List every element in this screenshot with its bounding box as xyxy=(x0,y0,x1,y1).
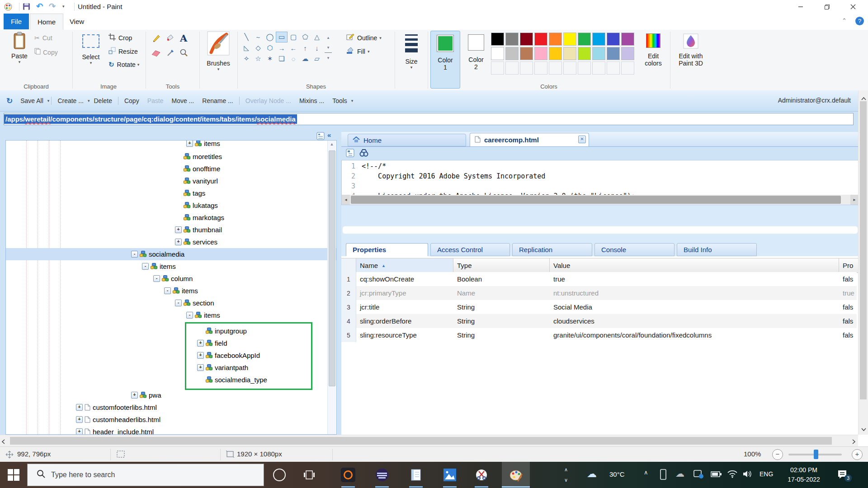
shape-ellipse[interactable]: ◯ xyxy=(264,32,276,42)
weather-cloud-icon[interactable]: ☁ xyxy=(587,468,597,480)
shape-left-arrow[interactable]: ← xyxy=(288,42,299,53)
snipping-tool-icon[interactable] xyxy=(468,462,495,488)
pencil-icon[interactable] xyxy=(152,33,161,44)
crx-save-all-button[interactable]: Save All xyxy=(20,97,43,104)
zoom-in-button[interactable]: + xyxy=(852,449,863,460)
search-binoculars-icon[interactable] xyxy=(359,148,368,159)
scroll-left-icon[interactable]: ◂ xyxy=(342,195,350,205)
table-row[interactable]: 4 sling:orderBefore String cloudservices… xyxy=(341,314,857,328)
palette-empty[interactable] xyxy=(621,61,634,75)
tree-node[interactable]: +pwa xyxy=(131,389,161,401)
tree-node[interactable]: +customheaderlibs.html xyxy=(76,413,160,425)
scrollbar-thumb[interactable] xyxy=(351,196,841,204)
photos-icon[interactable] xyxy=(436,462,463,488)
tab-careercomp[interactable]: careercomp.html ✕ xyxy=(470,133,589,146)
tree-node-selected[interactable]: -socialmedia xyxy=(131,248,184,260)
palette-color[interactable] xyxy=(578,47,591,60)
palette-color[interactable] xyxy=(534,47,547,60)
text-tool-icon[interactable]: A xyxy=(180,33,187,44)
tree-node[interactable]: vanityurl xyxy=(175,175,218,187)
header-type[interactable]: Type xyxy=(453,258,550,272)
tab-replication[interactable]: Replication xyxy=(512,243,592,256)
shape-five-star[interactable]: ☆ xyxy=(252,53,264,64)
table-row[interactable]: 1 cq:showOnCreate Boolean true fals xyxy=(341,272,857,286)
close-tab-icon[interactable]: ✕ xyxy=(578,136,586,143)
crx-address-bar[interactable]: /apps/weretail/components/structure/page… xyxy=(4,113,854,125)
outline-button[interactable]: Outline ▾ xyxy=(346,33,382,42)
shape-hexagon[interactable]: ⬡ xyxy=(264,42,276,53)
wifi-icon[interactable] xyxy=(727,469,738,480)
hidden-icons-chevron[interactable]: ∧ xyxy=(644,469,648,476)
shape-callout-oval[interactable]: ◌ xyxy=(288,53,299,64)
crx-create-button[interactable]: Create ... xyxy=(57,97,84,104)
canvas-vscrollbar[interactable] xyxy=(858,90,868,435)
tree-node[interactable]: +field xyxy=(197,337,227,349)
shape-callout-rect[interactable]: ❏ xyxy=(276,53,288,64)
taskbar-search[interactable]: Type here to search xyxy=(27,464,264,486)
palette-color[interactable] xyxy=(592,47,605,60)
tree-node[interactable]: +services xyxy=(175,236,217,248)
palette-color[interactable] xyxy=(505,47,519,60)
tab-build-info[interactable]: Build Info xyxy=(677,243,757,256)
code-editor[interactable]: 1<!--/* 2 Copyright 2016 Adobe Systems I… xyxy=(341,160,858,205)
shape-right-arrow[interactable]: → xyxy=(276,42,288,53)
rotate-button[interactable]: ↻ Rotate ▾ xyxy=(108,61,139,69)
tab-console[interactable]: Console xyxy=(594,243,675,256)
tools-dropdown[interactable]: ▾ xyxy=(351,99,354,103)
shapes-scrollbar[interactable]: ▴▾▾ xyxy=(325,33,332,63)
eclipse-icon[interactable] xyxy=(368,462,396,488)
redo-button[interactable]: ↷ xyxy=(49,1,56,11)
shape-parallelogram[interactable]: ▱ xyxy=(311,53,323,64)
tree-node[interactable]: socialmedia_type xyxy=(197,374,267,385)
expander-icon[interactable]: + xyxy=(175,226,182,233)
expander-icon[interactable]: + xyxy=(76,404,83,411)
cut-button[interactable]: ✂ Cut xyxy=(34,34,52,42)
zoom-slider-thumb[interactable] xyxy=(814,450,818,459)
save-button[interactable] xyxy=(23,3,30,12)
crx-mixins-button[interactable]: Mixins ... xyxy=(299,97,324,104)
shape-triangle[interactable]: △ xyxy=(311,32,323,42)
palette-empty[interactable] xyxy=(592,61,605,75)
tab-view[interactable]: View xyxy=(63,14,90,29)
palette-color[interactable] xyxy=(607,33,620,46)
palette-color[interactable] xyxy=(520,47,533,60)
notepad-icon[interactable] xyxy=(402,462,429,488)
shape-curve[interactable]: ~ xyxy=(252,32,264,42)
palette-color[interactable] xyxy=(563,33,576,46)
fill-bucket-icon[interactable] xyxy=(165,33,175,44)
help-icon[interactable]: ? xyxy=(855,17,864,25)
phone-link-icon[interactable] xyxy=(660,469,666,482)
expander-icon[interactable]: + xyxy=(175,239,182,245)
palette-color[interactable] xyxy=(534,33,547,46)
expander-icon[interactable]: + xyxy=(197,340,204,347)
shape-polygon[interactable]: ⬠ xyxy=(299,32,311,42)
tree-node[interactable]: -items xyxy=(164,285,198,296)
save-all-dropdown[interactable]: ▾ xyxy=(47,99,50,103)
tree-node[interactable]: -column xyxy=(153,272,193,284)
scrollbar-thumb[interactable] xyxy=(10,437,832,445)
palette-color[interactable] xyxy=(621,33,634,46)
tree-node[interactable]: +items xyxy=(186,140,220,149)
palette-color[interactable] xyxy=(549,47,562,60)
expander-icon[interactable]: + xyxy=(186,140,193,147)
scroll-up-icon[interactable] xyxy=(859,90,868,102)
undo-button[interactable]: ↶ xyxy=(36,1,43,11)
tree-node[interactable]: +header_include.html xyxy=(76,426,154,435)
scroll-right-icon[interactable]: ▸ xyxy=(850,195,858,205)
paste-button[interactable]: Paste ▾ xyxy=(6,32,33,64)
language-indicator[interactable]: ENG xyxy=(760,470,773,478)
palette-color[interactable] xyxy=(549,33,562,46)
scroll-up-icon[interactable]: ▲ xyxy=(328,141,336,148)
magnifier-icon[interactable] xyxy=(180,49,188,59)
start-button[interactable] xyxy=(0,462,27,488)
size-button[interactable]: Size ▾ xyxy=(399,33,424,70)
crx-overlay-node-button[interactable]: Overlay Node ... xyxy=(245,97,291,104)
collapse-panel-icon[interactable]: « xyxy=(327,131,331,139)
scrollbar-thumb[interactable] xyxy=(860,101,867,399)
close-button[interactable] xyxy=(840,0,866,14)
palette-color[interactable] xyxy=(621,47,634,60)
expander-icon[interactable]: - xyxy=(164,287,171,294)
crx-tools-button[interactable]: Tools xyxy=(332,97,347,104)
tree-node[interactable]: -section xyxy=(175,297,214,309)
shape-line[interactable]: ╲ xyxy=(241,32,252,42)
